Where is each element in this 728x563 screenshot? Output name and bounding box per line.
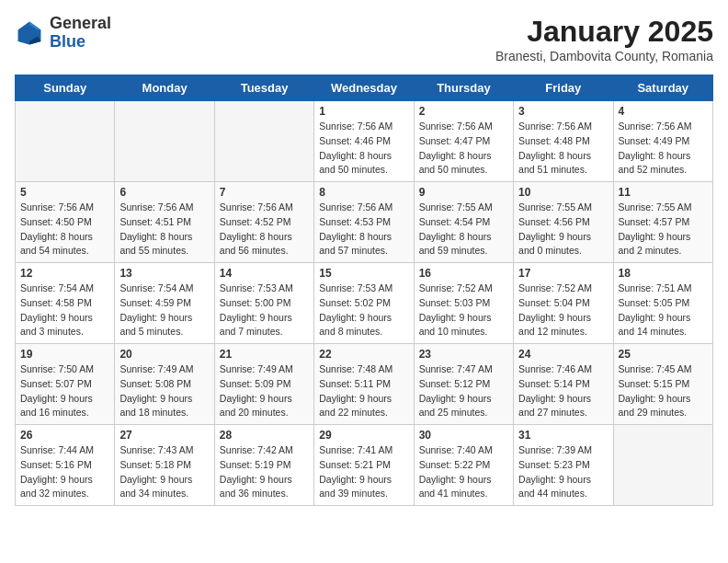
day-info: Sunrise: 7:40 AM Sunset: 5:22 PM Dayligh… bbox=[419, 443, 508, 501]
day-info: Sunrise: 7:39 AM Sunset: 5:23 PM Dayligh… bbox=[518, 443, 608, 501]
day-info: Sunrise: 7:56 AM Sunset: 4:46 PM Dayligh… bbox=[319, 120, 408, 178]
calendar-day-cell: 1Sunrise: 7:56 AM Sunset: 4:46 PM Daylig… bbox=[314, 101, 414, 182]
calendar-day-cell: 24Sunrise: 7:46 AM Sunset: 5:14 PM Dayli… bbox=[514, 344, 613, 425]
day-info: Sunrise: 7:49 AM Sunset: 5:09 PM Dayligh… bbox=[220, 362, 309, 420]
calendar-day-cell bbox=[115, 101, 214, 182]
calendar-day-cell: 17Sunrise: 7:52 AM Sunset: 5:04 PM Dayli… bbox=[514, 263, 613, 344]
day-info: Sunrise: 7:42 AM Sunset: 5:19 PM Dayligh… bbox=[220, 443, 309, 501]
calendar-header: SundayMondayTuesdayWednesdayThursdayFrid… bbox=[16, 75, 713, 101]
day-info: Sunrise: 7:54 AM Sunset: 4:58 PM Dayligh… bbox=[20, 282, 109, 339]
day-number: 16 bbox=[419, 267, 508, 280]
day-number: 19 bbox=[20, 348, 109, 361]
day-number: 6 bbox=[119, 186, 209, 199]
day-info: Sunrise: 7:55 AM Sunset: 4:54 PM Dayligh… bbox=[419, 201, 508, 259]
calendar-day-cell bbox=[214, 101, 313, 182]
day-number: 12 bbox=[20, 267, 109, 280]
day-info: Sunrise: 7:44 AM Sunset: 5:16 PM Dayligh… bbox=[20, 443, 109, 501]
day-info: Sunrise: 7:53 AM Sunset: 5:02 PM Dayligh… bbox=[319, 282, 408, 339]
calendar-day-cell: 25Sunrise: 7:45 AM Sunset: 5:15 PM Dayli… bbox=[613, 344, 712, 425]
calendar-day-cell: 27Sunrise: 7:43 AM Sunset: 5:18 PM Dayli… bbox=[115, 425, 214, 506]
day-info: Sunrise: 7:47 AM Sunset: 5:12 PM Dayligh… bbox=[419, 362, 508, 420]
day-info: Sunrise: 7:55 AM Sunset: 4:56 PM Dayligh… bbox=[518, 201, 608, 259]
day-info: Sunrise: 7:52 AM Sunset: 5:04 PM Dayligh… bbox=[518, 282, 608, 339]
logo-icon bbox=[15, 18, 44, 48]
day-number: 26 bbox=[20, 429, 109, 442]
calendar-subtitle: Branesti, Dambovita County, Romania bbox=[495, 49, 713, 63]
day-number: 18 bbox=[619, 267, 708, 280]
weekday-header: Tuesday bbox=[214, 75, 313, 101]
calendar-day-cell: 26Sunrise: 7:44 AM Sunset: 5:16 PM Dayli… bbox=[16, 425, 115, 506]
calendar-day-cell: 29Sunrise: 7:41 AM Sunset: 5:21 PM Dayli… bbox=[314, 425, 414, 506]
day-info: Sunrise: 7:56 AM Sunset: 4:48 PM Dayligh… bbox=[518, 120, 608, 178]
weekday-header: Monday bbox=[115, 75, 214, 101]
day-number: 10 bbox=[518, 186, 608, 199]
logo: General Blue bbox=[15, 15, 111, 52]
day-info: Sunrise: 7:56 AM Sunset: 4:51 PM Dayligh… bbox=[119, 201, 209, 259]
day-info: Sunrise: 7:48 AM Sunset: 5:11 PM Dayligh… bbox=[319, 362, 408, 420]
day-number: 24 bbox=[518, 348, 608, 361]
day-number: 13 bbox=[119, 267, 209, 280]
calendar-day-cell: 10Sunrise: 7:55 AM Sunset: 4:56 PM Dayli… bbox=[514, 182, 613, 263]
calendar-day-cell: 11Sunrise: 7:55 AM Sunset: 4:57 PM Dayli… bbox=[613, 182, 712, 263]
day-info: Sunrise: 7:52 AM Sunset: 5:03 PM Dayligh… bbox=[419, 282, 508, 339]
page-header: General Blue January 2025 Branesti, Damb… bbox=[15, 15, 713, 63]
calendar-day-cell: 12Sunrise: 7:54 AM Sunset: 4:58 PM Dayli… bbox=[16, 263, 115, 344]
calendar-day-cell: 28Sunrise: 7:42 AM Sunset: 5:19 PM Dayli… bbox=[214, 425, 313, 506]
calendar-week-row: 12Sunrise: 7:54 AM Sunset: 4:58 PM Dayli… bbox=[16, 263, 713, 344]
calendar-day-cell bbox=[16, 101, 115, 182]
calendar-day-cell bbox=[613, 425, 712, 506]
calendar-day-cell: 13Sunrise: 7:54 AM Sunset: 4:59 PM Dayli… bbox=[115, 263, 214, 344]
calendar-day-cell: 8Sunrise: 7:56 AM Sunset: 4:53 PM Daylig… bbox=[314, 182, 414, 263]
day-info: Sunrise: 7:46 AM Sunset: 5:14 PM Dayligh… bbox=[518, 362, 608, 420]
calendar-week-row: 5Sunrise: 7:56 AM Sunset: 4:50 PM Daylig… bbox=[16, 182, 713, 263]
day-info: Sunrise: 7:54 AM Sunset: 4:59 PM Dayligh… bbox=[119, 282, 209, 339]
day-info: Sunrise: 7:43 AM Sunset: 5:18 PM Dayligh… bbox=[119, 443, 209, 501]
weekday-header: Friday bbox=[514, 75, 613, 101]
weekday-header: Wednesday bbox=[314, 75, 414, 101]
day-info: Sunrise: 7:41 AM Sunset: 5:21 PM Dayligh… bbox=[319, 443, 408, 501]
calendar-day-cell: 3Sunrise: 7:56 AM Sunset: 4:48 PM Daylig… bbox=[514, 101, 613, 182]
day-number: 23 bbox=[419, 348, 508, 361]
day-info: Sunrise: 7:51 AM Sunset: 5:05 PM Dayligh… bbox=[619, 282, 708, 339]
calendar-day-cell: 30Sunrise: 7:40 AM Sunset: 5:22 PM Dayli… bbox=[414, 425, 513, 506]
weekday-header: Sunday bbox=[16, 75, 115, 101]
weekday-row: SundayMondayTuesdayWednesdayThursdayFrid… bbox=[16, 75, 713, 101]
calendar-week-row: 19Sunrise: 7:50 AM Sunset: 5:07 PM Dayli… bbox=[16, 344, 713, 425]
calendar-title: January 2025 bbox=[495, 15, 713, 49]
day-info: Sunrise: 7:56 AM Sunset: 4:49 PM Dayligh… bbox=[619, 120, 708, 178]
day-info: Sunrise: 7:53 AM Sunset: 5:00 PM Dayligh… bbox=[220, 282, 309, 339]
calendar-day-cell: 16Sunrise: 7:52 AM Sunset: 5:03 PM Dayli… bbox=[414, 263, 513, 344]
calendar-day-cell: 14Sunrise: 7:53 AM Sunset: 5:00 PM Dayli… bbox=[214, 263, 313, 344]
day-number: 11 bbox=[619, 186, 708, 199]
day-info: Sunrise: 7:56 AM Sunset: 4:50 PM Dayligh… bbox=[20, 201, 109, 259]
day-info: Sunrise: 7:56 AM Sunset: 4:52 PM Dayligh… bbox=[220, 201, 309, 259]
day-info: Sunrise: 7:45 AM Sunset: 5:15 PM Dayligh… bbox=[619, 362, 708, 420]
day-number: 8 bbox=[319, 186, 408, 199]
calendar-body: 1Sunrise: 7:56 AM Sunset: 4:46 PM Daylig… bbox=[16, 101, 713, 506]
day-number: 21 bbox=[220, 348, 309, 361]
day-number: 9 bbox=[419, 186, 508, 199]
calendar-table: SundayMondayTuesdayWednesdayThursdayFrid… bbox=[15, 75, 713, 506]
day-number: 31 bbox=[518, 429, 608, 442]
calendar-day-cell: 22Sunrise: 7:48 AM Sunset: 5:11 PM Dayli… bbox=[314, 344, 414, 425]
day-info: Sunrise: 7:56 AM Sunset: 4:53 PM Dayligh… bbox=[319, 201, 408, 259]
day-number: 5 bbox=[20, 186, 109, 199]
day-number: 22 bbox=[319, 348, 408, 361]
day-info: Sunrise: 7:50 AM Sunset: 5:07 PM Dayligh… bbox=[20, 362, 109, 420]
calendar-day-cell: 18Sunrise: 7:51 AM Sunset: 5:05 PM Dayli… bbox=[613, 263, 712, 344]
day-number: 25 bbox=[619, 348, 708, 361]
calendar-day-cell: 19Sunrise: 7:50 AM Sunset: 5:07 PM Dayli… bbox=[16, 344, 115, 425]
calendar-day-cell: 21Sunrise: 7:49 AM Sunset: 5:09 PM Dayli… bbox=[214, 344, 313, 425]
weekday-header: Thursday bbox=[414, 75, 513, 101]
calendar-day-cell: 6Sunrise: 7:56 AM Sunset: 4:51 PM Daylig… bbox=[115, 182, 214, 263]
weekday-header: Saturday bbox=[613, 75, 712, 101]
calendar-day-cell: 23Sunrise: 7:47 AM Sunset: 5:12 PM Dayli… bbox=[414, 344, 513, 425]
day-info: Sunrise: 7:55 AM Sunset: 4:57 PM Dayligh… bbox=[619, 201, 708, 259]
day-number: 3 bbox=[518, 105, 608, 118]
calendar-day-cell: 5Sunrise: 7:56 AM Sunset: 4:50 PM Daylig… bbox=[16, 182, 115, 263]
logo-text: General Blue bbox=[50, 15, 111, 52]
day-info: Sunrise: 7:49 AM Sunset: 5:08 PM Dayligh… bbox=[119, 362, 209, 420]
calendar-day-cell: 15Sunrise: 7:53 AM Sunset: 5:02 PM Dayli… bbox=[314, 263, 414, 344]
day-info: Sunrise: 7:56 AM Sunset: 4:47 PM Dayligh… bbox=[419, 120, 508, 178]
calendar-day-cell: 2Sunrise: 7:56 AM Sunset: 4:47 PM Daylig… bbox=[414, 101, 513, 182]
